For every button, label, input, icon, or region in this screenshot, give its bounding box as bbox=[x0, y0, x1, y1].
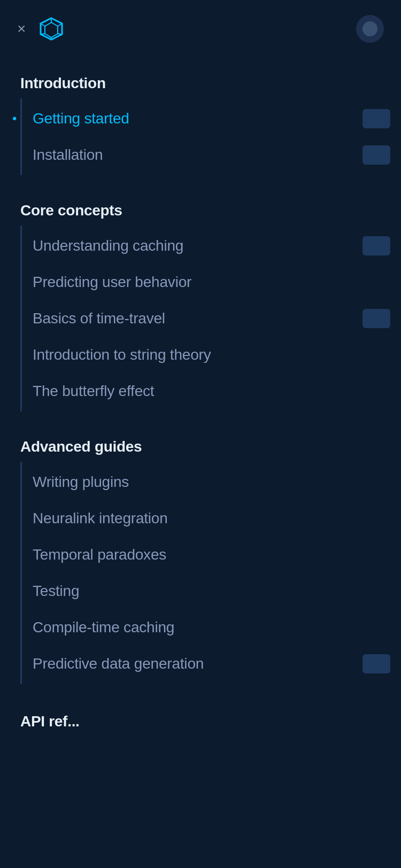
close-icon[interactable]: × bbox=[17, 21, 26, 36]
svg-line-4 bbox=[58, 34, 62, 34]
nav-item-badge bbox=[363, 654, 390, 673]
nav-item-label: Predicting user behavior bbox=[33, 274, 191, 291]
nav-item-label: Writing plugins bbox=[33, 474, 129, 491]
nav-item-label: The butterfly effect bbox=[33, 383, 154, 400]
sidebar-item-predicting-user-behavior[interactable]: Predicting user behavior bbox=[22, 264, 401, 300]
sidebar-item-neuralink-integration[interactable]: Neuralink integration bbox=[22, 500, 401, 537]
nav-item-label: Introduction to string theory bbox=[33, 346, 211, 363]
header-left: × bbox=[17, 16, 64, 42]
section-title-api-ref: API ref... bbox=[0, 700, 401, 732]
nav-item-badge bbox=[363, 309, 390, 328]
section-separator-3 bbox=[0, 684, 401, 700]
nav-list-introduction: Getting started Installation bbox=[20, 98, 401, 175]
section-core-concepts: Core concepts Understanding caching Pred… bbox=[0, 191, 401, 412]
sidebar-item-the-butterfly-effect[interactable]: The butterfly effect bbox=[22, 373, 401, 409]
sidebar-item-temporal-paradoxes[interactable]: Temporal paradoxes bbox=[22, 537, 401, 573]
sidebar-item-writing-plugins[interactable]: Writing plugins bbox=[22, 464, 401, 500]
nav-item-label: Basics of time-travel bbox=[33, 310, 165, 327]
logo-icon bbox=[38, 16, 64, 42]
sidebar-nav: Introduction Getting started Installatio… bbox=[0, 53, 401, 732]
sidebar-item-installation[interactable]: Installation bbox=[22, 137, 401, 173]
theme-toggle-indicator bbox=[363, 21, 377, 36]
sidebar-item-predictive-data-generation[interactable]: Predictive data generation bbox=[22, 646, 401, 682]
section-introduction: Introduction Getting started Installatio… bbox=[0, 64, 401, 175]
nav-item-label: Getting started bbox=[33, 110, 129, 127]
sidebar-item-testing[interactable]: Testing bbox=[22, 573, 401, 609]
header: × bbox=[0, 0, 401, 53]
section-title-core-concepts: Core concepts bbox=[0, 191, 401, 226]
nav-item-label: Temporal paradoxes bbox=[33, 546, 166, 563]
sidebar-item-basics-of-time-travel[interactable]: Basics of time-travel bbox=[22, 300, 401, 337]
section-title-introduction: Introduction bbox=[0, 64, 401, 98]
nav-list-advanced-guides: Writing plugins Neuralink integration Te… bbox=[20, 462, 401, 684]
nav-item-badge bbox=[363, 145, 390, 165]
section-title-advanced-guides: Advanced guides bbox=[0, 428, 401, 462]
section-separator-1 bbox=[0, 175, 401, 191]
nav-item-badge bbox=[363, 109, 390, 128]
section-separator-2 bbox=[0, 412, 401, 428]
sidebar-item-introduction-to-string-theory[interactable]: Introduction to string theory bbox=[22, 337, 401, 373]
nav-list-core-concepts: Understanding caching Predicting user be… bbox=[20, 226, 401, 412]
nav-item-label: Testing bbox=[33, 583, 79, 600]
sidebar-item-compile-time-caching[interactable]: Compile-time caching bbox=[22, 609, 401, 646]
nav-item-label: Understanding caching bbox=[33, 237, 183, 254]
nav-item-badge bbox=[363, 236, 390, 255]
nav-item-label: Compile-time caching bbox=[33, 619, 174, 636]
nav-item-label: Predictive data generation bbox=[33, 655, 204, 672]
sidebar-item-understanding-caching[interactable]: Understanding caching bbox=[22, 228, 401, 264]
svg-line-6 bbox=[41, 34, 45, 34]
sidebar-item-getting-started[interactable]: Getting started bbox=[22, 100, 401, 137]
section-advanced-guides: Advanced guides Writing plugins Neuralin… bbox=[0, 428, 401, 684]
nav-item-label: Installation bbox=[33, 146, 103, 164]
theme-toggle-button[interactable] bbox=[356, 15, 384, 43]
nav-item-label: Neuralink integration bbox=[33, 510, 168, 527]
svg-marker-1 bbox=[45, 22, 58, 37]
